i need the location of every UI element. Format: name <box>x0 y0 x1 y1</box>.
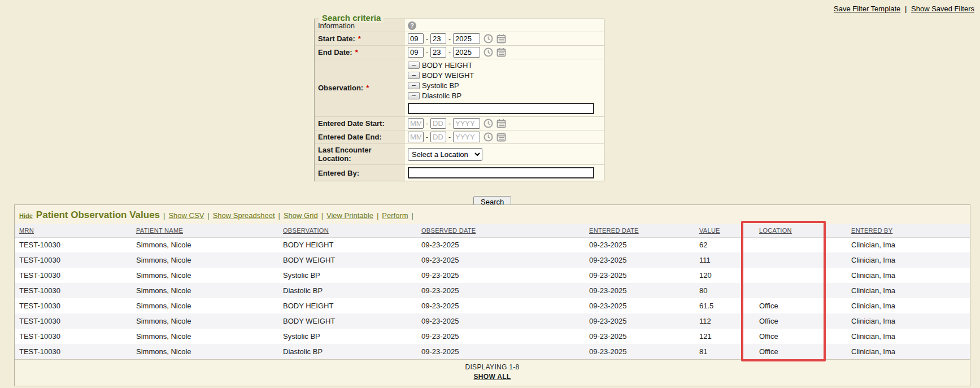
cell-value: 61.5 <box>692 298 743 313</box>
table-row: TEST-10030 Simmons, Nicole Systolic BP 0… <box>15 329 970 344</box>
entered-date-end-day-input[interactable] <box>430 132 446 142</box>
cell-entered-by: Clinician, Ima <box>826 283 970 298</box>
observation-selected-item: – BODY HEIGHT <box>408 60 601 70</box>
cell-patient-name: Simmons, Nicole <box>132 313 279 329</box>
cell-observation: Diastolic BP <box>279 283 417 298</box>
date-dash: - <box>448 49 451 56</box>
save-filter-template-link[interactable]: Save Filter Template <box>834 5 900 13</box>
table-row: TEST-10030 Simmons, Nicole Diastolic BP … <box>15 344 970 359</box>
table-row: TEST-10030 Simmons, Nicole BODY WEIGHT 0… <box>15 313 970 329</box>
cell-observed-date: 09-23-2025 <box>417 298 571 313</box>
calendar-icon[interactable] <box>496 119 506 128</box>
entered-date-start-row: Entered Date Start: - - <box>315 117 604 130</box>
cell-entered-by: Clinician, Ima <box>826 344 970 359</box>
remove-observation-button[interactable]: – <box>408 92 420 99</box>
observation-label: Observation:* <box>315 59 405 116</box>
cell-observed-date: 09-23-2025 <box>417 344 571 359</box>
clock-icon[interactable] <box>484 47 493 57</box>
help-icon[interactable]: ? <box>408 21 416 30</box>
show-saved-filters-link[interactable]: Show Saved Filters <box>911 5 974 13</box>
date-dash: - <box>448 133 451 141</box>
location-select[interactable]: Select a Location <box>408 148 482 161</box>
cell-location <box>743 283 826 298</box>
cell-entered-date: 09-23-2025 <box>571 329 692 344</box>
required-asterisk: * <box>355 48 358 56</box>
show-csv-link[interactable]: Show CSV <box>168 211 204 220</box>
results-title: Patient Observation Values <box>36 210 160 221</box>
cell-value: 81 <box>692 344 743 359</box>
results-title-bar: Hide Patient Observation Values | Show C… <box>15 205 970 224</box>
clock-icon[interactable] <box>484 34 493 43</box>
entered-date-start-year-input[interactable] <box>453 118 480 129</box>
end-date-year-input[interactable] <box>453 47 480 58</box>
cell-location <box>743 268 826 283</box>
view-printable-link[interactable]: View Printable <box>326 211 373 220</box>
cell-observed-date: 09-23-2025 <box>417 252 571 268</box>
cell-value: 111 <box>692 252 743 268</box>
sort-header-entered-date[interactable]: ENTERED DATE <box>589 227 639 234</box>
end-date-row: End Date:* - - <box>315 46 604 59</box>
sort-header-entered-by[interactable]: ENTERED BY <box>851 227 892 234</box>
entered-by-input[interactable] <box>408 167 594 178</box>
patient-observation-results: Hide Patient Observation Values | Show C… <box>14 204 970 386</box>
perform-link[interactable]: Perform <box>382 211 408 220</box>
cell-patient-name: Simmons, Nicole <box>132 268 279 283</box>
calendar-icon[interactable] <box>496 47 506 57</box>
observation-item-label: Diastolic BP <box>422 91 461 100</box>
cell-entered-date: 09-23-2025 <box>571 268 692 283</box>
title-separator: | <box>377 211 378 220</box>
start-date-year-input[interactable] <box>453 33 480 44</box>
entered-date-end-year-input[interactable] <box>453 132 480 142</box>
remove-observation-button[interactable]: – <box>408 62 420 69</box>
cell-observation: Systolic BP <box>279 268 417 283</box>
sort-header-observed-date[interactable]: OBSERVED DATE <box>421 227 476 234</box>
observation-selected-item: – Systolic BP <box>408 81 601 90</box>
cell-value: 80 <box>692 283 743 298</box>
cell-observed-date: 09-23-2025 <box>417 283 571 298</box>
sort-header-value[interactable]: VALUE <box>699 227 720 234</box>
entered-date-end-label: Entered Date End: <box>315 130 405 143</box>
entered-by-label: Entered By: <box>315 165 405 181</box>
cell-location: Office <box>743 329 826 344</box>
cell-mrn: TEST-10030 <box>15 329 132 344</box>
sort-header-patient-name[interactable]: PATIENT NAME <box>136 227 183 234</box>
show-spreadsheet-link[interactable]: Show Spreadsheet <box>213 211 275 220</box>
remove-observation-button[interactable]: – <box>408 72 420 79</box>
calendar-icon[interactable] <box>496 132 506 142</box>
entered-date-start-month-input[interactable] <box>408 118 424 129</box>
sort-header-location[interactable]: LOCATION <box>759 227 792 234</box>
entered-date-end-month-input[interactable] <box>408 132 424 142</box>
hide-results-link[interactable]: Hide <box>19 212 33 219</box>
calendar-icon[interactable] <box>496 34 506 43</box>
cell-observed-date: 09-23-2025 <box>417 329 571 344</box>
cell-patient-name: Simmons, Nicole <box>132 344 279 359</box>
cell-location: Office <box>743 344 826 359</box>
cell-patient-name: Simmons, Nicole <box>132 237 279 252</box>
table-row: TEST-10030 Simmons, Nicole Systolic BP 0… <box>15 268 970 283</box>
table-row: TEST-10030 Simmons, Nicole BODY HEIGHT 0… <box>15 298 970 313</box>
remove-observation-button[interactable]: – <box>408 82 420 89</box>
entered-date-start-label: Entered Date Start: <box>315 117 405 130</box>
observation-item-label: BODY WEIGHT <box>422 71 474 80</box>
date-dash: - <box>448 120 451 128</box>
entered-by-row: Entered By: <box>315 165 604 181</box>
clock-icon[interactable] <box>484 119 493 128</box>
entered-date-start-day-input[interactable] <box>430 118 446 129</box>
observation-search-input[interactable] <box>408 103 594 114</box>
end-date-day-input[interactable] <box>430 47 446 58</box>
sort-header-mrn[interactable]: MRN <box>19 227 34 234</box>
cell-patient-name: Simmons, Nicole <box>132 252 279 268</box>
end-date-label: End Date:* <box>315 46 405 59</box>
show-grid-link[interactable]: Show Grid <box>284 211 318 220</box>
clock-icon[interactable] <box>484 132 493 142</box>
cell-patient-name: Simmons, Nicole <box>132 283 279 298</box>
start-date-month-input[interactable] <box>408 33 424 44</box>
cell-location: Office <box>743 313 826 329</box>
show-all-link[interactable]: SHOW ALL <box>474 373 511 381</box>
start-date-day-input[interactable] <box>430 33 446 44</box>
end-date-month-input[interactable] <box>408 47 424 58</box>
cell-location: Office <box>743 298 826 313</box>
cell-value: 62 <box>692 237 743 252</box>
cell-entered-date: 09-23-2025 <box>571 252 692 268</box>
sort-header-observation[interactable]: OBSERVATION <box>283 227 329 234</box>
